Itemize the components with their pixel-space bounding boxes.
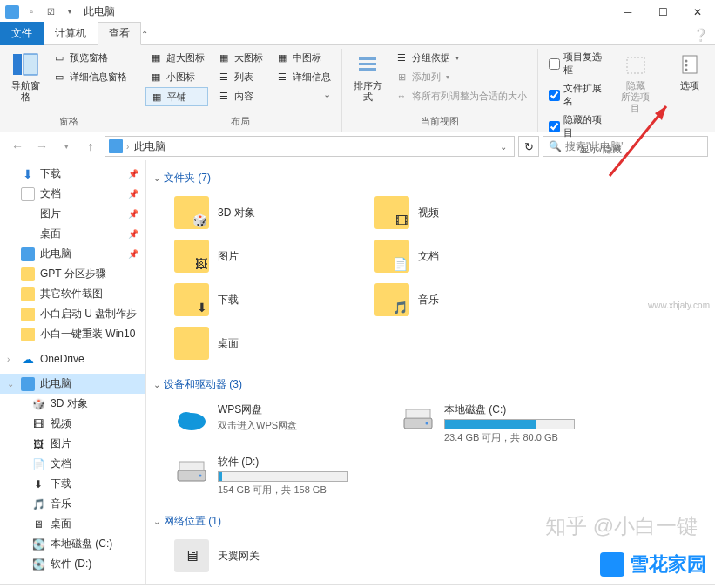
sidebar-item[interactable]: 💽本地磁盘 (C:) (0, 534, 145, 554)
folder-tile[interactable]: 🎵音乐 (371, 280, 571, 320)
hide-selected-button[interactable]: 隐藏所选项目 (615, 49, 657, 117)
folder-tile[interactable]: 桌面 (171, 323, 371, 363)
folder-tile[interactable]: 🎲3D 对象 (171, 193, 371, 233)
hidden-items-toggle[interactable]: 隐藏的项目 (545, 112, 610, 141)
sidebar-item[interactable]: ⬇下载 (0, 474, 145, 494)
cloud-icon (174, 402, 209, 436)
group-by-button[interactable]: ☰分组依据▾ (391, 49, 530, 66)
ribbon-collapse-icon[interactable]: ⌃ (141, 30, 148, 39)
sidebar-item[interactable]: 🎲3D 对象 (0, 394, 145, 414)
svg-rect-0 (13, 54, 22, 75)
up-button[interactable]: ↑ (80, 136, 101, 157)
sidebar-this-pc[interactable]: ⌄ 此电脑 (0, 374, 145, 394)
drive-tile[interactable]: 本地磁盘 (C:) 23.4 GB 可用，共 80.0 GB (397, 399, 624, 448)
help-icon[interactable]: ❔ (693, 28, 708, 42)
layout-content[interactable]: ☰内容 (213, 87, 266, 105)
sidebar-item[interactable]: GPT 分区步骤 (0, 264, 145, 284)
chevron-down-icon: ⌄ (153, 517, 160, 526)
layout-medium[interactable]: ▦中图标 (272, 49, 334, 66)
sidebar-item[interactable]: 💽软件 (D:) (0, 554, 145, 574)
ribbon-group-layout: ▦超大图标 ▦小图标 ▦平铺 ▦大图标 ☰列表 ☰内容 ▦中图标 ☰详细信息 ⌄… (138, 49, 342, 132)
tab-file[interactable]: 文件 (0, 22, 44, 45)
close-button[interactable]: ✕ (680, 0, 715, 24)
folder-tile[interactable]: ⬇下载 (171, 280, 371, 320)
drives-section-header[interactable]: ⌄ 设备和驱动器 (3) (153, 374, 715, 395)
sidebar-item[interactable]: 小白一键重装 Win10 (0, 324, 145, 344)
folder-tile[interactable]: 🖼图片 (171, 236, 371, 276)
chevron-icon[interactable]: › (7, 355, 10, 364)
sidebar-item[interactable]: 图片📌 (0, 204, 145, 224)
svg-point-13 (179, 412, 194, 424)
folder-tile[interactable]: 🎞视频 (371, 193, 571, 233)
network-tile[interactable]: 🖥天翼网关 (171, 536, 371, 576)
app-icon (3, 3, 21, 21)
layout-list[interactable]: ☰列表 (213, 68, 266, 85)
layout-small[interactable]: ▦小图标 (145, 68, 208, 85)
sidebar-item[interactable]: 🖥桌面 (0, 514, 145, 534)
tab-view[interactable]: 查看 (98, 22, 141, 45)
layout-more[interactable]: ⌄ (272, 87, 334, 102)
folder-icon: 🎵 (374, 283, 409, 316)
sidebar-item[interactable]: 🖼图片 (0, 434, 145, 454)
sidebar-onedrive[interactable]: › ☁ OneDrive (0, 349, 145, 368)
file-ext-toggle[interactable]: 文件扩展名 (545, 80, 610, 110)
layout-details[interactable]: ☰详细信息 (272, 68, 334, 85)
forward-button[interactable]: → (31, 136, 52, 157)
size-all-button[interactable]: ↔将所有列调整为合适的大小 (391, 87, 530, 105)
layout-large[interactable]: ▦大图标 (213, 49, 266, 66)
sidebar-item[interactable]: ⬇下载📌 (0, 164, 145, 184)
network-grid: 🖥天翼网关 (153, 532, 715, 584)
item-checkboxes-toggle[interactable]: 项目复选框 (545, 49, 610, 78)
preview-pane-button[interactable]: ▭预览窗格 (49, 49, 131, 66)
options-button[interactable]: 选项 (671, 49, 708, 93)
sidebar-item[interactable]: 文档📌 (0, 184, 145, 204)
add-columns-button[interactable]: ⊞添加列▾ (391, 68, 530, 85)
nav-pane-button[interactable]: 导航窗格 (7, 49, 44, 105)
drive-tile[interactable]: WPS网盘 双击进入WPS网盘 (171, 399, 397, 448)
sidebar-item[interactable]: 📄文档 (0, 454, 145, 474)
folder-icon (21, 267, 35, 281)
address-input[interactable]: › 此电脑 ⌄ (105, 136, 515, 157)
folder-tile[interactable]: 📄文档 (371, 236, 571, 276)
chevron-down-icon: ⌄ (153, 173, 160, 183)
download-icon: ⬇ (21, 167, 35, 181)
back-button[interactable]: ← (7, 136, 28, 157)
chevron-down-icon: ⌄ (153, 380, 160, 389)
ribbon-group-label: 布局 (145, 113, 334, 132)
sort-icon (354, 51, 381, 78)
medium-icon: ▦ (275, 51, 289, 64)
qat-dropdown-icon[interactable]: ▾ (61, 3, 78, 21)
sidebar-item[interactable]: 小白启动 U 盘制作步 (0, 304, 145, 324)
sidebar-item[interactable]: 其它软件截图 (0, 284, 145, 304)
sidebar-item[interactable]: 此电脑📌 (0, 244, 145, 264)
drive-tile[interactable]: 软件 (D:) 154 GB 可用，共 158 GB (171, 451, 397, 500)
drive-icon: 💽 (31, 558, 45, 571)
network-section-header[interactable]: ⌄ 网络位置 (1) (153, 510, 715, 532)
pin-icon: 📌 (128, 209, 138, 219)
refresh-button[interactable]: ↻ (518, 136, 539, 157)
ribbon-group-panes: 导航窗格 ▭预览窗格 ▭详细信息窗格 窗格 (0, 49, 138, 132)
qat-checkbox-icon[interactable]: ☑ (42, 3, 59, 21)
svg-point-7 (685, 60, 688, 63)
address-dropdown-icon[interactable]: ⌄ (496, 142, 510, 152)
recent-dropdown[interactable]: ▾ (56, 136, 77, 157)
minimize-button[interactable]: ─ (610, 0, 645, 24)
pin-icon: 📌 (128, 249, 138, 259)
drive-usage-bar (444, 419, 575, 429)
details-pane-button[interactable]: ▭详细信息窗格 (49, 68, 131, 85)
tab-computer[interactable]: 计算机 (44, 22, 98, 45)
sidebar-item[interactable]: 🎵音乐 (0, 494, 145, 514)
layout-extra-large[interactable]: ▦超大图标 (145, 49, 208, 66)
maximize-button[interactable]: ☐ (645, 0, 680, 24)
sort-by-button[interactable]: 排序方式 (349, 49, 386, 105)
sidebar-item[interactable]: 桌面📌 (0, 224, 145, 244)
folders-section-header[interactable]: ⌄ 文件夹 (7) (153, 167, 715, 189)
title-bar: ▫ ☑ ▾ 此电脑 ─ ☐ ✕ (0, 0, 715, 24)
qat-properties-icon[interactable]: ▫ (23, 3, 40, 21)
size-all-icon: ↔ (395, 89, 408, 103)
breadcrumb[interactable]: 此电脑 (132, 139, 167, 154)
chevron-down-icon[interactable]: ⌄ (7, 379, 14, 389)
layout-tiles[interactable]: ▦平铺 (145, 87, 208, 106)
content-pane: ⌄ 文件夹 (7) 🎲3D 对象🎞视频🖼图片📄文档⬇下载🎵音乐桌面 ⌄ 设备和驱… (146, 160, 715, 584)
sidebar-item[interactable]: 🎞视频 (0, 414, 145, 434)
